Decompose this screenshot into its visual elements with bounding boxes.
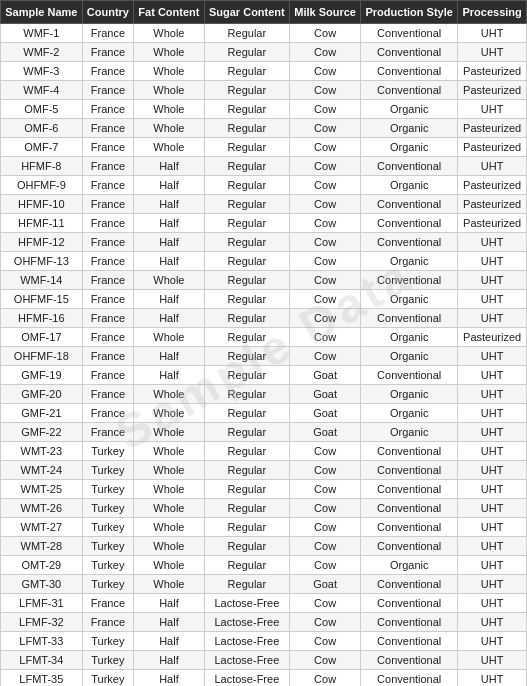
table-cell: UHT <box>458 233 527 252</box>
table-cell: Regular <box>204 24 289 43</box>
table-cell: Regular <box>204 157 289 176</box>
table-cell: Conventional <box>361 81 458 100</box>
table-cell: Organic <box>361 347 458 366</box>
table-cell: Half <box>134 347 205 366</box>
table-row: LFMF-32FranceHalfLactose-FreeCowConventi… <box>1 613 527 632</box>
table-cell: Pasteurized <box>458 176 527 195</box>
table-cell: UHT <box>458 290 527 309</box>
table-cell: Whole <box>134 537 205 556</box>
table-cell: Whole <box>134 499 205 518</box>
table-cell: France <box>82 594 133 613</box>
table-cell: UHT <box>458 100 527 119</box>
column-header: Production Style <box>361 1 458 24</box>
table-cell: Lactose-Free <box>204 670 289 687</box>
table-cell: France <box>82 214 133 233</box>
table-cell: France <box>82 43 133 62</box>
table-cell: Organic <box>361 100 458 119</box>
table-cell: Whole <box>134 480 205 499</box>
table-cell: Cow <box>290 43 361 62</box>
table-cell: Goat <box>290 423 361 442</box>
table-cell: France <box>82 404 133 423</box>
table-row: WMT-23TurkeyWholeRegularCowConventionalU… <box>1 442 527 461</box>
table-cell: Cow <box>290 176 361 195</box>
table-cell: Cow <box>290 100 361 119</box>
table-cell: Conventional <box>361 613 458 632</box>
table-cell: HFMF-12 <box>1 233 83 252</box>
table-row: HFMF-16FranceHalfRegularCowConventionalU… <box>1 309 527 328</box>
table-cell: Regular <box>204 442 289 461</box>
table-cell: Pasteurized <box>458 328 527 347</box>
table-cell: Cow <box>290 461 361 480</box>
table-cell: Conventional <box>361 670 458 687</box>
table-row: WMF-1FranceWholeRegularCowConventionalUH… <box>1 24 527 43</box>
table-row: WMT-24TurkeyWholeRegularCowConventionalU… <box>1 461 527 480</box>
table-cell: Regular <box>204 195 289 214</box>
column-header: Sample Name <box>1 1 83 24</box>
table-row: WMT-26TurkeyWholeRegularCowConventionalU… <box>1 499 527 518</box>
table-cell: Cow <box>290 613 361 632</box>
table-cell: Pasteurized <box>458 81 527 100</box>
table-cell: Organic <box>361 252 458 271</box>
table-cell: LFMT-35 <box>1 670 83 687</box>
table-cell: GMF-22 <box>1 423 83 442</box>
table-cell: GMF-20 <box>1 385 83 404</box>
table-cell: OHFMF-9 <box>1 176 83 195</box>
table-cell: Whole <box>134 385 205 404</box>
table-cell: Lactose-Free <box>204 594 289 613</box>
table-cell: France <box>82 423 133 442</box>
table-cell: Regular <box>204 290 289 309</box>
table-cell: UHT <box>458 252 527 271</box>
table-cell: Turkey <box>82 461 133 480</box>
table-cell: Conventional <box>361 518 458 537</box>
table-cell: France <box>82 195 133 214</box>
table-cell: Conventional <box>361 309 458 328</box>
table-row: OMF-6FranceWholeRegularCowOrganicPasteur… <box>1 119 527 138</box>
table-cell: UHT <box>458 670 527 687</box>
table-row: WMF-14FranceWholeRegularCowConventionalU… <box>1 271 527 290</box>
table-cell: Cow <box>290 24 361 43</box>
table-cell: Regular <box>204 461 289 480</box>
table-cell: Pasteurized <box>458 195 527 214</box>
table-cell: UHT <box>458 404 527 423</box>
table-cell: Regular <box>204 233 289 252</box>
table-cell: Cow <box>290 651 361 670</box>
table-row: OHFMF-18FranceHalfRegularCowOrganicUHT <box>1 347 527 366</box>
table-cell: GMT-30 <box>1 575 83 594</box>
table-cell: France <box>82 176 133 195</box>
table-cell: Half <box>134 670 205 687</box>
table-cell: Conventional <box>361 195 458 214</box>
table-cell: Turkey <box>82 537 133 556</box>
table-cell: France <box>82 385 133 404</box>
table-cell: Cow <box>290 119 361 138</box>
table-cell: Cow <box>290 480 361 499</box>
table-row: WMT-25TurkeyWholeRegularCowConventionalU… <box>1 480 527 499</box>
table-row: WMT-28TurkeyWholeRegularCowConventionalU… <box>1 537 527 556</box>
table-cell: Pasteurized <box>458 62 527 81</box>
table-cell: Conventional <box>361 24 458 43</box>
table-row: OMF-5FranceWholeRegularCowOrganicUHT <box>1 100 527 119</box>
table-cell: Regular <box>204 271 289 290</box>
table-cell: Whole <box>134 24 205 43</box>
table-row: WMF-3FranceWholeRegularCowConventionalPa… <box>1 62 527 81</box>
table-cell: WMF-3 <box>1 62 83 81</box>
table-row: LFMT-33TurkeyHalfLactose-FreeCowConventi… <box>1 632 527 651</box>
table-row: LFMT-34TurkeyHalfLactose-FreeCowConventi… <box>1 651 527 670</box>
table-cell: Regular <box>204 252 289 271</box>
table-cell: Cow <box>290 518 361 537</box>
table-cell: Regular <box>204 499 289 518</box>
table-cell: UHT <box>458 632 527 651</box>
table-cell: Goat <box>290 366 361 385</box>
table-cell: Cow <box>290 499 361 518</box>
table-cell: UHT <box>458 594 527 613</box>
table-cell: UHT <box>458 518 527 537</box>
table-cell: UHT <box>458 499 527 518</box>
table-cell: Regular <box>204 328 289 347</box>
table-cell: France <box>82 138 133 157</box>
table-cell: UHT <box>458 651 527 670</box>
table-cell: Whole <box>134 404 205 423</box>
table-cell: Half <box>134 290 205 309</box>
table-cell: Organic <box>361 328 458 347</box>
table-cell: Regular <box>204 62 289 81</box>
table-cell: UHT <box>458 537 527 556</box>
table-cell: Conventional <box>361 62 458 81</box>
